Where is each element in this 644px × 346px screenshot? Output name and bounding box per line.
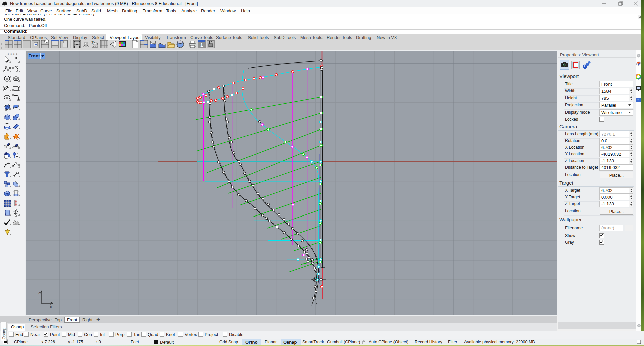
svg-text:1: 1 — [200, 42, 203, 48]
svg-text:2: 2 — [91, 40, 94, 45]
svg-text:?: ? — [637, 98, 639, 102]
svg-text:z: z — [38, 291, 40, 295]
svg-text:x: x — [50, 305, 52, 309]
